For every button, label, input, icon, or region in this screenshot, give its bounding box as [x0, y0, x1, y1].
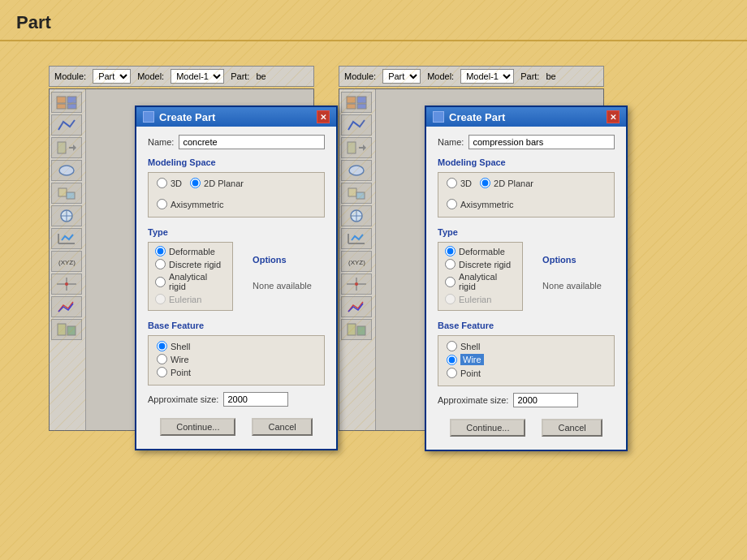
svg-rect-41	[357, 326, 365, 335]
cancel-btn-1[interactable]: Cancel	[252, 418, 312, 436]
svg-point-39	[355, 282, 358, 286]
btn-row-2: Continue... Cancel	[438, 416, 615, 442]
base-shell-label-1[interactable]: Shell	[171, 342, 190, 351]
sidebar-icon-1a[interactable]	[51, 92, 82, 113]
base-wire-radio-2[interactable]	[447, 355, 457, 365]
dialog-2-close[interactable]: ✕	[607, 110, 620, 123]
space-axi-radio-2[interactable]	[447, 199, 457, 209]
type-analytical-label-2[interactable]: Analytical rigid	[459, 272, 516, 291]
sidebar-icon-1c[interactable]	[51, 137, 82, 158]
type-discrete-2: Discrete rigid	[445, 259, 516, 269]
sidebar-icon-2b[interactable]	[341, 114, 372, 136]
sidebar-icon-1d[interactable]	[51, 160, 82, 181]
base-point-label-2[interactable]: Point	[460, 368, 481, 378]
space-2d-label-1[interactable]: 2D Planar	[204, 179, 244, 188]
svg-rect-22	[357, 97, 366, 103]
svg-rect-9	[67, 192, 75, 199]
module-select-2[interactable]: Part	[382, 69, 421, 84]
sidebar-icon-2k[interactable]	[341, 319, 372, 340]
svg-rect-3	[67, 104, 76, 109]
sidebar-icon-2d[interactable]	[341, 160, 372, 181]
model-select-2[interactable]: Model-1	[460, 69, 514, 84]
svg-rect-29	[348, 188, 356, 196]
sidebar-icon-2c[interactable]	[341, 137, 372, 158]
sidebar-icon-2i[interactable]	[341, 274, 372, 295]
base-point-radio-2[interactable]	[447, 368, 457, 378]
base-shell-radio-2[interactable]	[447, 341, 457, 351]
base-point-label-1[interactable]: Point	[171, 368, 191, 377]
approx-input-1[interactable]	[223, 392, 288, 407]
space-2d-label-2[interactable]: 2D Planar	[494, 179, 533, 188]
svg-text:(XYZ): (XYZ)	[348, 259, 365, 266]
space-3d-radio-1[interactable]	[157, 178, 167, 188]
dialog-2-icon	[433, 111, 444, 123]
sidebar-icon-2j[interactable]	[341, 296, 372, 317]
sidebar-icon-2e[interactable]	[341, 183, 372, 204]
continue-btn-1[interactable]: Continue...	[160, 418, 235, 436]
base-wire-label-2[interactable]: Wire	[460, 354, 484, 365]
type-deformable-label-2[interactable]: Deformable	[459, 247, 505, 256]
sidebar-icon-2a[interactable]	[341, 92, 372, 113]
model-select-1[interactable]: Model-1	[171, 69, 224, 84]
sidebar-icon-1g[interactable]	[51, 228, 82, 249]
sidebar-icon-2f[interactable]	[341, 205, 372, 226]
svg-point-18	[65, 282, 68, 286]
type-deformable-radio-1[interactable]	[155, 246, 166, 256]
sidebar-icon-1e[interactable]	[51, 183, 82, 204]
space-2d-radio-2[interactable]	[480, 178, 490, 188]
base-point-radio-1[interactable]	[157, 367, 167, 377]
type-discrete-radio-1[interactable]	[155, 259, 166, 269]
space-3d-label-2[interactable]: 3D	[460, 179, 472, 188]
sidebar-1: (XYZ)	[50, 89, 86, 430]
part-label-1: Part:	[231, 71, 249, 81]
type-col-1: Type Deformable Discrete rigid	[148, 224, 233, 317]
sidebar-icon-1k[interactable]	[51, 319, 82, 340]
model-label-1: Model:	[137, 71, 164, 81]
type-discrete-radio-2[interactable]	[445, 259, 456, 269]
sidebar-icon-2g[interactable]	[341, 228, 372, 249]
type-discrete-label-2[interactable]: Discrete rigid	[459, 260, 511, 269]
dialog-1-close[interactable]: ✕	[317, 110, 330, 123]
name-input-1[interactable]	[179, 135, 325, 149]
continue-btn-2[interactable]: Continue...	[450, 419, 525, 437]
base-shell-2: Shell	[447, 341, 606, 351]
type-analytical-radio-1[interactable]	[155, 277, 166, 287]
type-analytical-radio-2[interactable]	[445, 277, 456, 287]
svg-rect-21	[347, 97, 356, 103]
type-analytical-label-1[interactable]: Analytical rigid	[169, 272, 226, 291]
sidebar-icon-1h[interactable]: (XYZ)	[51, 251, 82, 272]
base-shell-radio-1[interactable]	[157, 341, 167, 351]
options-col-2: Options None available	[529, 224, 615, 317]
svg-rect-1	[67, 97, 76, 103]
base-wire-label-1[interactable]: Wire	[171, 355, 189, 364]
approx-input-2[interactable]	[513, 393, 578, 407]
base-wire-radio-1[interactable]	[157, 354, 167, 364]
type-discrete-label-1[interactable]: Discrete rigid	[169, 260, 221, 269]
space-axi-label-1[interactable]: Axisymmetric	[171, 200, 223, 209]
base-feature-title-2: Base Feature	[438, 321, 615, 330]
type-deformable-label-1[interactable]: Deformable	[169, 247, 215, 256]
sidebar-icon-2h[interactable]: (XYZ)	[341, 251, 372, 272]
name-input-2[interactable]	[468, 135, 615, 149]
create-part-dialog-1: Create Part ✕ Name: Modeling Space	[135, 106, 338, 450]
svg-point-7	[59, 166, 74, 175]
svg-rect-19	[58, 324, 66, 335]
sidebar-icon-1f[interactable]	[51, 205, 82, 226]
sidebar-icon-1j[interactable]	[51, 296, 82, 317]
sidebar-icon-1i[interactable]	[51, 274, 82, 295]
sidebar-icon-1b[interactable]	[51, 114, 82, 136]
space-axi-label-2[interactable]: Axisymmetric	[460, 200, 513, 209]
model-label-2: Model:	[427, 71, 454, 81]
space-axi-radio-1[interactable]	[157, 199, 167, 209]
cancel-btn-2[interactable]: Cancel	[542, 419, 602, 437]
space-3d-radio-2[interactable]	[447, 178, 457, 188]
module-select-1[interactable]: Part	[93, 69, 131, 84]
modeling-space-box-1: 3D 2D Planar Axisymmetric	[148, 172, 325, 218]
name-label-1: Name:	[148, 137, 174, 147]
space-3d-label-1[interactable]: 3D	[171, 179, 182, 188]
base-feature-box-2: Shell Wire Point	[438, 335, 615, 386]
space-2d-radio-1[interactable]	[190, 178, 201, 188]
svg-rect-40	[348, 324, 356, 335]
type-deformable-radio-2[interactable]	[445, 246, 456, 256]
base-shell-label-2[interactable]: Shell	[460, 342, 480, 351]
